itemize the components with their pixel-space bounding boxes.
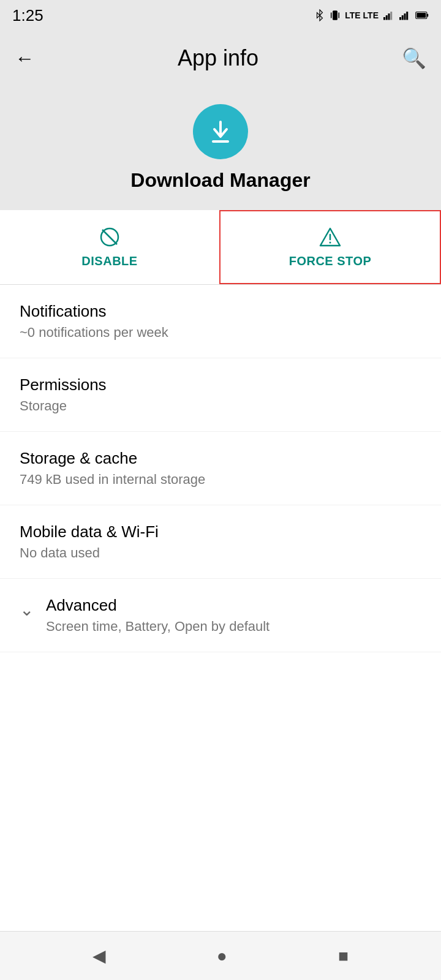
battery-icon bbox=[415, 10, 429, 21]
vibrate-icon bbox=[330, 9, 340, 22]
app-name: Download Manager bbox=[130, 169, 310, 192]
svg-line-16 bbox=[102, 230, 117, 244]
mobile-data-subtitle: No data used bbox=[20, 545, 421, 561]
svg-rect-7 bbox=[399, 17, 401, 20]
page-title: App info bbox=[178, 45, 258, 71]
top-nav: ← App info 🔍 bbox=[0, 31, 441, 86]
signal2-icon bbox=[399, 10, 410, 21]
notifications-subtitle: ~0 notifications per week bbox=[20, 325, 421, 341]
svg-point-19 bbox=[330, 242, 331, 244]
signal1-icon bbox=[383, 10, 394, 21]
disable-label: DISABLE bbox=[81, 254, 137, 268]
storage-item[interactable]: Storage & cache 749 kB used in internal … bbox=[0, 432, 441, 505]
svg-rect-0 bbox=[333, 10, 337, 20]
advanced-title: Advanced bbox=[46, 596, 421, 615]
svg-rect-2 bbox=[339, 12, 340, 18]
permissions-title: Permissions bbox=[20, 375, 421, 394]
download-icon bbox=[206, 117, 235, 146]
status-icons: LTE LTE bbox=[314, 9, 429, 22]
svg-rect-8 bbox=[402, 15, 404, 20]
bluetooth-icon bbox=[314, 9, 325, 22]
home-nav-button[interactable]: ● bbox=[217, 946, 227, 966]
recents-nav-button[interactable]: ■ bbox=[338, 946, 349, 966]
lte-icon: LTE LTE bbox=[345, 10, 379, 20]
status-time: 1:25 bbox=[12, 6, 43, 25]
storage-title: Storage & cache bbox=[20, 449, 421, 468]
svg-rect-3 bbox=[383, 17, 385, 20]
permissions-subtitle: Storage bbox=[20, 398, 421, 414]
svg-rect-10 bbox=[406, 12, 408, 20]
svg-rect-1 bbox=[331, 12, 332, 18]
disable-button[interactable]: DISABLE bbox=[0, 210, 219, 284]
svg-rect-13 bbox=[427, 14, 428, 17]
notifications-title: Notifications bbox=[20, 302, 421, 321]
svg-rect-4 bbox=[386, 15, 388, 20]
svg-rect-9 bbox=[404, 13, 406, 20]
mobile-data-title: Mobile data & Wi-Fi bbox=[20, 522, 421, 541]
notifications-item[interactable]: Notifications ~0 notifications per week bbox=[0, 285, 441, 358]
back-nav-button[interactable]: ◀ bbox=[92, 946, 106, 966]
svg-rect-5 bbox=[388, 13, 390, 20]
chevron-down-icon: ⌄ bbox=[20, 600, 34, 620]
advanced-subtitle: Screen time, Battery, Open by default bbox=[46, 619, 421, 635]
status-bar: 1:25 LTE LTE bbox=[0, 0, 441, 31]
svg-rect-6 bbox=[390, 12, 392, 20]
back-button[interactable]: ← bbox=[15, 47, 34, 70]
warning-icon bbox=[319, 226, 341, 248]
force-stop-label: FORCE STOP bbox=[289, 254, 372, 268]
force-stop-button[interactable]: FORCE STOP bbox=[219, 210, 441, 284]
advanced-item[interactable]: ⌄ Advanced Screen time, Battery, Open by… bbox=[0, 579, 441, 652]
search-button[interactable]: 🔍 bbox=[402, 47, 426, 70]
svg-rect-12 bbox=[417, 13, 426, 18]
bottom-nav: ◀ ● ■ bbox=[0, 931, 441, 980]
app-icon bbox=[193, 104, 248, 159]
app-header: Download Manager bbox=[0, 86, 441, 210]
storage-subtitle: 749 kB used in internal storage bbox=[20, 472, 421, 488]
mobile-data-item[interactable]: Mobile data & Wi-Fi No data used bbox=[0, 505, 441, 579]
disable-icon bbox=[99, 226, 121, 248]
permissions-item[interactable]: Permissions Storage bbox=[0, 358, 441, 432]
settings-list: Notifications ~0 notifications per week … bbox=[0, 285, 441, 931]
action-row: DISABLE FORCE STOP bbox=[0, 210, 441, 285]
